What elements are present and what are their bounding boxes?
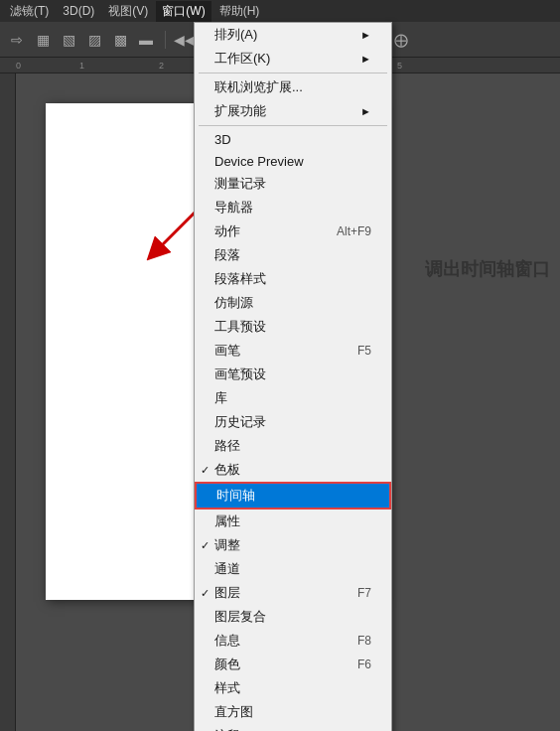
menu-item-para-style[interactable]: 段落样式	[195, 267, 391, 291]
tool-target[interactable]: ⨁	[390, 29, 412, 51]
shortcut-brush: F5	[357, 344, 371, 358]
submenu-arrow-workspace: ►	[360, 53, 371, 65]
menu-item-styles[interactable]: 样式	[195, 676, 391, 700]
menu-item-paragraph[interactable]: 段落	[195, 243, 391, 267]
menu-item-brush[interactable]: 画笔 F5	[195, 339, 391, 363]
menu-item-layer-comp[interactable]: 图层复合	[195, 605, 391, 629]
menu-item-actions[interactable]: 动作 Alt+F9	[195, 219, 391, 243]
tool-4[interactable]: ▨	[83, 29, 105, 51]
menu-item-measure-log[interactable]: 测量记录	[195, 172, 391, 196]
menu-item-properties[interactable]: 属性	[195, 510, 391, 533]
menu-item-library[interactable]: 库	[195, 386, 391, 410]
menu-item-layers[interactable]: 图层 F7	[195, 581, 391, 605]
menu-item-browse-ext[interactable]: 联机浏览扩展...	[195, 75, 391, 99]
menu-window[interactable]: 窗口(W)	[156, 1, 210, 22]
ruler-mark-5: 5	[397, 61, 402, 71]
sep-2	[199, 125, 387, 126]
submenu-arrow-ext: ►	[360, 105, 371, 117]
menu-item-color[interactable]: 颜色 F6	[195, 653, 391, 676]
menu-item-channels[interactable]: 通道	[195, 557, 391, 581]
tool-6[interactable]: ▬	[135, 29, 157, 51]
tool-move[interactable]: ⇨	[6, 29, 28, 51]
shortcut-info: F8	[357, 634, 371, 648]
menu-item-info[interactable]: 信息 F8	[195, 629, 391, 653]
menu-item-swatches[interactable]: 色板	[195, 458, 391, 482]
menu-item-3d[interactable]: 3D	[195, 128, 391, 150]
menu-item-navigator[interactable]: 导航器	[195, 196, 391, 219]
menu-item-tool-preset[interactable]: 工具预设	[195, 315, 391, 339]
submenu-arrow-arrange: ►	[360, 29, 371, 41]
menu-item-extensions[interactable]: 扩展功能 ►	[195, 99, 391, 123]
menu-item-notes[interactable]: 注释	[195, 724, 391, 731]
menu-view[interactable]: 视图(V)	[102, 1, 154, 22]
menu-item-clone-source[interactable]: 仿制源	[195, 291, 391, 315]
ruler-vertical	[0, 73, 16, 731]
sep1	[165, 31, 166, 49]
tool-5[interactable]: ▩	[109, 29, 131, 51]
tool-artboard[interactable]: ▦	[32, 29, 54, 51]
menu-item-device-preview[interactable]: Device Preview	[195, 150, 391, 172]
annotation-text: 调出时间轴窗口	[425, 257, 550, 281]
shortcut-actions: Alt+F9	[337, 224, 371, 238]
menu-item-adjustments[interactable]: 调整	[195, 533, 391, 557]
ruler-mark-0: 0	[16, 61, 21, 71]
menu-item-history[interactable]: 历史记录	[195, 410, 391, 434]
menu-help[interactable]: 帮助(H)	[213, 1, 266, 22]
ruler-mark-2: 2	[159, 61, 164, 71]
shortcut-color: F6	[357, 658, 371, 671]
menu-3d[interactable]: 3D(D)	[57, 2, 100, 20]
sep-1	[199, 73, 387, 73]
menu-item-paths[interactable]: 路径	[195, 434, 391, 458]
ruler-mark-1: 1	[79, 61, 84, 71]
menu-item-histogram[interactable]: 直方图	[195, 700, 391, 724]
menu-bar: 滤镜(T) 3D(D) 视图(V) 窗口(W) 帮助(H)	[0, 0, 560, 22]
menu-item-brush-preset[interactable]: 画笔预设	[195, 363, 391, 386]
menu-item-arrange[interactable]: 排列(A) ►	[195, 23, 391, 47]
tool-prev[interactable]: ◀◀	[174, 29, 196, 51]
shortcut-layers: F7	[357, 586, 371, 600]
tool-3[interactable]: ▧	[58, 29, 79, 51]
window-dropdown-menu: 排列(A) ► 工作区(K) ► 联机浏览扩展... 扩展功能 ► 3D Dev…	[194, 22, 392, 731]
menu-filter[interactable]: 滤镜(T)	[4, 1, 55, 22]
menu-item-timeline[interactable]: 时间轴	[195, 482, 391, 510]
menu-item-workspace[interactable]: 工作区(K) ►	[195, 47, 391, 71]
